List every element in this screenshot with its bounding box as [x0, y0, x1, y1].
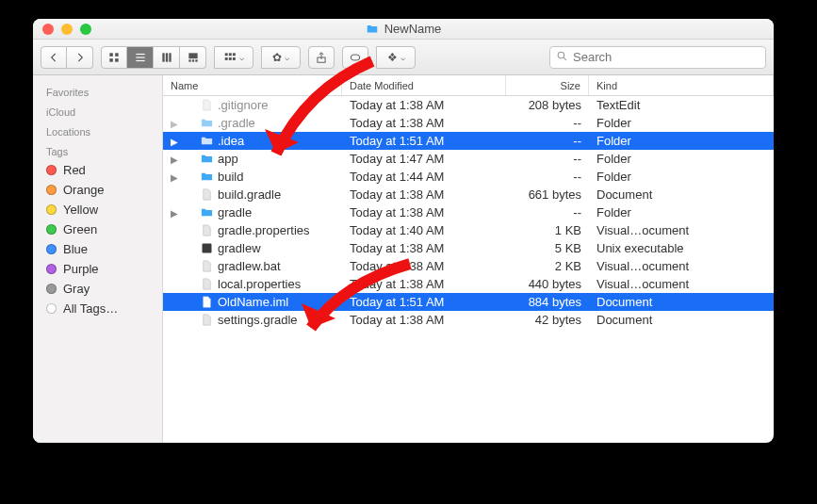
- svg-rect-11: [188, 59, 190, 61]
- file-size: 42 bytes: [506, 313, 589, 327]
- file-date: Today at 1:38 AM: [342, 313, 506, 327]
- table-row[interactable]: gradlew.batToday at 1:38 AM2 KBVisual…oc…: [163, 257, 774, 275]
- folder-icon: [200, 134, 214, 148]
- svg-rect-19: [233, 57, 236, 60]
- sidebar-item-label: Gray: [63, 282, 90, 296]
- file-size: --: [506, 116, 589, 130]
- file-name: gradlew.bat: [218, 259, 281, 273]
- svg-rect-6: [136, 59, 144, 60]
- table-row[interactable]: .gitignoreToday at 1:38 AM208 bytesTextE…: [163, 96, 774, 114]
- sidebar: Favorites iCloud Locations Tags RedOrang…: [33, 75, 163, 443]
- table-row[interactable]: ▶.gradleToday at 1:38 AM--Folder: [163, 114, 774, 132]
- table-row[interactable]: build.gradleToday at 1:38 AM661 bytesDoc…: [163, 186, 774, 203]
- table-row[interactable]: ▶gradleToday at 1:38 AM--Folder: [163, 203, 774, 221]
- sidebar-item-label: Orange: [63, 183, 104, 197]
- sidebar-section-locations[interactable]: Locations: [33, 121, 162, 140]
- tag-all-icon: [46, 303, 57, 314]
- minimize-window-button[interactable]: [61, 24, 73, 35]
- table-row[interactable]: gradle.propertiesToday at 1:40 AM1 KBVis…: [163, 221, 774, 239]
- column-header-size[interactable]: Size: [506, 75, 589, 95]
- sidebar-tag-purple[interactable]: Purple: [33, 259, 162, 279]
- sidebar-tag-blue[interactable]: Blue: [33, 239, 162, 259]
- table-row[interactable]: ▶buildToday at 1:44 AM--Folder: [163, 168, 774, 186]
- svg-point-22: [558, 52, 564, 58]
- document-icon: [200, 98, 214, 112]
- table-row[interactable]: OldName.imlToday at 1:51 AM884 bytesDocu…: [163, 293, 774, 311]
- close-window-button[interactable]: [42, 24, 54, 35]
- svg-rect-8: [165, 53, 167, 61]
- table-row[interactable]: ▶.ideaToday at 1:51 AM--Folder: [163, 132, 774, 150]
- disclosure-triangle-icon[interactable]: ▶: [171, 208, 178, 219]
- file-size: --: [506, 152, 589, 166]
- sidebar-all-tags[interactable]: All Tags…: [33, 299, 162, 318]
- file-kind: Visual…ocument: [589, 259, 774, 273]
- file-rows: .gitignoreToday at 1:38 AM208 bytesTextE…: [163, 96, 774, 443]
- tag-dot-icon: [46, 244, 57, 254]
- file-size: 884 bytes: [506, 295, 589, 309]
- sort-ascending-icon: ⌃: [326, 81, 334, 90]
- file-list-pane: Name⌃ Date Modified Size Kind .gitignore…: [163, 75, 774, 443]
- file-name: OldName.iml: [218, 295, 288, 309]
- file-size: 1 KB: [506, 223, 589, 237]
- disclosure-triangle-icon[interactable]: ▶: [171, 154, 178, 165]
- table-row[interactable]: local.propertiesToday at 1:38 AM440 byte…: [163, 275, 774, 293]
- back-button[interactable]: [41, 46, 67, 69]
- column-header-kind[interactable]: Kind: [589, 75, 774, 95]
- folder-icon: [200, 116, 214, 130]
- dropbox-button[interactable]: ❖ ⌵: [376, 46, 416, 69]
- sidebar-tag-orange[interactable]: Orange: [33, 180, 162, 200]
- sidebar-item-label: Yellow: [63, 203, 98, 217]
- tag-dot-icon: [46, 224, 57, 235]
- column-header-date[interactable]: Date Modified: [342, 75, 506, 95]
- forward-button[interactable]: [67, 46, 93, 69]
- file-date: Today at 1:38 AM: [342, 98, 506, 112]
- file-name: gradle.properties: [218, 223, 310, 237]
- disclosure-triangle-icon[interactable]: ▶: [171, 137, 178, 147]
- toolbar: ⌵ ✿ ⌵ ❖ ⌵: [33, 40, 774, 75]
- arrange-button[interactable]: ⌵: [214, 46, 253, 69]
- tag-dot-icon: [46, 264, 57, 274]
- titlebar: NewName: [33, 19, 774, 40]
- file-date: Today at 1:44 AM: [342, 170, 506, 184]
- file-kind: Folder: [589, 205, 774, 219]
- document-icon: [200, 277, 214, 291]
- table-row[interactable]: settings.gradleToday at 1:38 AM42 bytesD…: [163, 311, 774, 329]
- file-date: Today at 1:38 AM: [342, 187, 506, 202]
- sidebar-section-icloud[interactable]: iCloud: [33, 101, 162, 121]
- table-row[interactable]: gradlewToday at 1:38 AM5 KBUnix executab…: [163, 239, 774, 257]
- file-name: gradlew: [218, 241, 261, 255]
- gallery-view-button[interactable]: [180, 46, 206, 69]
- sidebar-tag-yellow[interactable]: Yellow: [33, 200, 162, 219]
- file-date: Today at 1:51 AM: [342, 134, 506, 148]
- column-view-button[interactable]: [154, 46, 180, 69]
- sidebar-section-favorites[interactable]: Favorites: [33, 81, 162, 101]
- file-date: Today at 1:38 AM: [342, 205, 506, 219]
- action-button[interactable]: ✿ ⌵: [261, 46, 301, 69]
- tags-button[interactable]: [342, 46, 368, 69]
- search-field[interactable]: [549, 46, 766, 69]
- document-icon: [200, 295, 214, 309]
- disclosure-triangle-icon[interactable]: ▶: [171, 172, 178, 183]
- file-date: Today at 1:38 AM: [342, 259, 506, 273]
- icon-view-button[interactable]: [101, 46, 127, 69]
- sidebar-tag-gray[interactable]: Gray: [33, 279, 162, 299]
- sidebar-tag-red[interactable]: Red: [33, 160, 162, 180]
- search-input[interactable]: [573, 50, 760, 64]
- file-name: build: [218, 170, 243, 184]
- file-kind: Document: [589, 187, 774, 202]
- table-row[interactable]: ▶appToday at 1:47 AM--Folder: [163, 150, 774, 168]
- file-date: Today at 1:38 AM: [342, 241, 506, 255]
- file-kind: Document: [589, 295, 774, 309]
- column-header-name[interactable]: Name⌃: [163, 75, 342, 95]
- sidebar-section-tags[interactable]: Tags: [33, 140, 162, 160]
- dropbox-icon: ❖: [387, 51, 398, 64]
- share-button[interactable]: [308, 46, 335, 69]
- file-name: gradle: [218, 205, 252, 219]
- file-kind: Document: [589, 313, 774, 327]
- zoom-window-button[interactable]: [80, 24, 91, 35]
- svg-rect-5: [136, 57, 144, 57]
- sidebar-tag-green[interactable]: Green: [33, 219, 162, 239]
- list-view-button[interactable]: [127, 46, 154, 69]
- file-date: Today at 1:38 AM: [342, 116, 506, 130]
- disclosure-triangle-icon[interactable]: ▶: [171, 119, 178, 129]
